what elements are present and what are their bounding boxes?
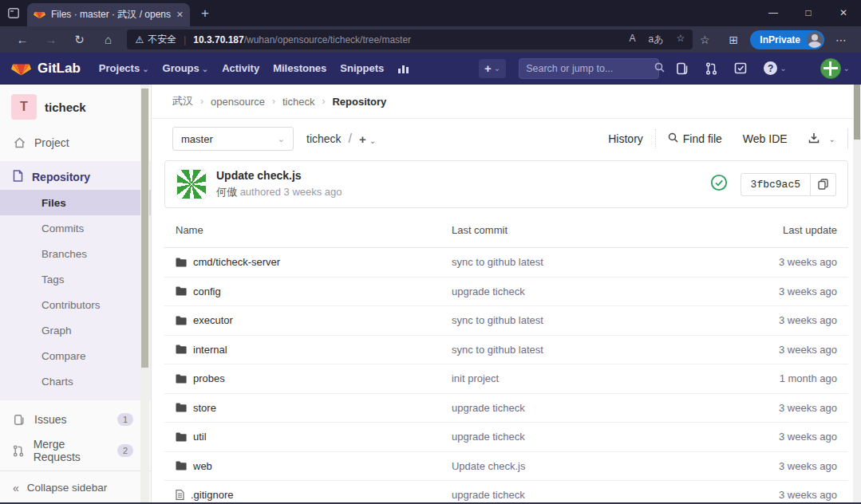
commit-sha[interactable]: 3fbc9ac5 xyxy=(741,173,811,196)
read-aloud-icon[interactable]: A xyxy=(630,33,636,46)
web-ide-button[interactable]: Web IDE xyxy=(743,132,788,145)
nav-snippets[interactable]: Snippets xyxy=(340,62,384,74)
commit-message-link[interactable]: sync to github latest xyxy=(452,314,712,326)
commit-message-link[interactable]: upgrade ticheck xyxy=(452,285,712,297)
url-path: /wuhan/opensource/ticheck/tree/master xyxy=(244,34,411,45)
commit-message-link[interactable]: init project xyxy=(452,372,712,384)
close-tab-icon[interactable]: ✕ xyxy=(176,10,184,20)
table-row: cmd/ticheck-serversync to github latest3… xyxy=(164,248,848,278)
browser-menu-icon[interactable]: ⋯ xyxy=(829,33,853,46)
sidebar-subitem-charts[interactable]: Charts xyxy=(0,368,151,394)
pipeline-status-icon[interactable] xyxy=(710,174,728,195)
path-project-link[interactable]: ticheck xyxy=(306,132,342,145)
branch-selector[interactable]: master ⌄ xyxy=(172,127,294,151)
sidebar-scrollbar-thumb[interactable] xyxy=(141,89,148,368)
gitlab-brand[interactable]: GitLab xyxy=(38,61,81,77)
commit-message-link[interactable]: upgrade ticheck xyxy=(452,489,712,501)
file-name-link[interactable]: config xyxy=(193,285,221,297)
sidebar-item-repository[interactable]: Repository xyxy=(0,164,151,190)
commit-authored-time: authored 3 weeks ago xyxy=(240,186,342,198)
refresh-icon[interactable]: ↻ xyxy=(65,33,94,47)
breadcrumb-project[interactable]: ticheck xyxy=(282,96,314,108)
add-favorite-icon[interactable]: ☆ xyxy=(677,33,685,46)
file-name-link[interactable]: util xyxy=(193,431,207,443)
user-avatar xyxy=(820,58,841,79)
sidebar-scrollbar[interactable] xyxy=(140,85,149,504)
sidebar-item-project[interactable]: Project xyxy=(0,131,151,155)
breadcrumb-subgroup[interactable]: opensource xyxy=(211,96,265,108)
sidebar-subitem-compare[interactable]: Compare xyxy=(0,343,151,368)
copy-sha-button[interactable] xyxy=(811,173,836,196)
file-name-link[interactable]: store xyxy=(193,402,216,414)
project-header[interactable]: T ticheck xyxy=(0,85,151,131)
tab-actions-icon[interactable] xyxy=(0,8,27,18)
file-name-link[interactable]: probes xyxy=(193,372,225,384)
not-secure-label[interactable]: 不安全 xyxy=(148,33,176,46)
close-icon[interactable]: ✕ xyxy=(826,0,861,26)
commit-title-link[interactable]: Update check.js xyxy=(216,169,342,182)
history-button[interactable]: History xyxy=(608,132,643,145)
chevron-down-icon: ⌄ xyxy=(142,65,148,73)
last-update-time: 3 weeks ago xyxy=(712,314,848,326)
new-menu-button[interactable]: + ⌄ xyxy=(479,59,506,78)
commit-message-link[interactable]: Update check.js xyxy=(452,460,712,472)
file-name-link[interactable]: cmd/ticheck-server xyxy=(193,256,280,268)
add-file-dropdown[interactable]: +⌄ xyxy=(359,132,376,146)
column-last-update: Last update xyxy=(712,224,848,236)
nav-groups[interactable]: Groups⌄ xyxy=(163,62,209,74)
page-scrollbar-thumb[interactable] xyxy=(854,85,860,140)
gitlab-logo-icon[interactable] xyxy=(11,57,31,80)
sidebar-subitem-branches[interactable]: Branches xyxy=(0,241,151,266)
nav-activity[interactable]: Activity xyxy=(222,62,259,74)
search-input[interactable] xyxy=(526,63,654,74)
file-name-link[interactable]: .gitignore xyxy=(191,489,233,501)
browser-tab[interactable]: Files · master · 武汉 / opensourc ✕ xyxy=(27,3,190,26)
chevron-down-icon: ⌄ xyxy=(829,135,835,144)
nav-milestones[interactable]: Milestones xyxy=(273,62,326,74)
home-icon[interactable]: ⌂ xyxy=(94,33,123,46)
maximize-icon[interactable]: □ xyxy=(791,0,826,26)
sidebar-item-merge-requests[interactable]: Merge Requests 2 xyxy=(0,439,151,463)
browser-titlebar: Files · master · 武汉 / opensourc ✕ + — □ … xyxy=(0,0,861,26)
nav-projects[interactable]: Projects⌄ xyxy=(99,62,149,74)
sidebar-subitem-contributors[interactable]: Contributors xyxy=(0,292,151,317)
commit-message-link[interactable]: upgrade ticheck xyxy=(452,402,712,414)
collections-icon[interactable]: ⊞ xyxy=(721,33,745,46)
search-box[interactable] xyxy=(519,58,659,79)
file-name-link[interactable]: executor xyxy=(193,314,233,326)
translate-icon[interactable]: aあ xyxy=(649,33,664,46)
sidebar-subitem-tags[interactable]: Tags xyxy=(0,266,151,292)
help-menu[interactable]: ? ⌄ xyxy=(764,61,786,75)
file-name-link[interactable]: internal xyxy=(193,344,227,356)
user-menu[interactable]: ⌄ xyxy=(804,58,850,79)
commit-message-link[interactable]: sync to github latest xyxy=(452,256,712,268)
file-name-link[interactable]: web xyxy=(193,460,212,472)
merge-requests-icon[interactable] xyxy=(705,62,717,75)
forward-icon[interactable]: → xyxy=(37,33,65,46)
chart-icon[interactable] xyxy=(397,63,410,74)
commit-message-link[interactable]: sync to github latest xyxy=(452,344,712,356)
download-source-button[interactable]: ⌄ xyxy=(808,132,835,146)
sidebar-subitem-commits[interactable]: Commits xyxy=(0,215,151,241)
collapse-sidebar-button[interactable]: « Collapse sidebar xyxy=(0,471,151,504)
find-file-button[interactable]: Find file xyxy=(668,132,722,145)
breadcrumb-group[interactable]: 武汉 xyxy=(172,94,193,108)
page-scrollbar[interactable] xyxy=(853,85,861,504)
back-icon[interactable]: ← xyxy=(8,33,37,46)
sidebar-subitem-files[interactable]: Files xyxy=(0,190,151,215)
commit-message-link[interactable]: upgrade ticheck xyxy=(452,431,712,443)
sidebar-subitem-graph[interactable]: Graph xyxy=(0,317,151,343)
todos-icon[interactable] xyxy=(734,62,747,74)
sidebar-item-issues[interactable]: Issues 1 xyxy=(0,408,151,431)
folder-icon xyxy=(176,316,187,325)
issues-icon[interactable] xyxy=(676,62,689,75)
commit-author-avatar[interactable] xyxy=(176,169,207,199)
breadcrumb-separator: › xyxy=(200,96,203,107)
address-bar[interactable]: ⚠ 不安全 | 10.3.70.187 /wuhan/opensource/ti… xyxy=(127,30,693,49)
commit-author-link[interactable]: 何傲 xyxy=(216,186,237,198)
chevron-down-icon: ⌄ xyxy=(843,64,850,73)
favorites-bar-icon[interactable]: ☆ xyxy=(693,33,717,46)
inprivate-badge[interactable]: InPrivate xyxy=(750,30,824,49)
new-tab-button[interactable]: + xyxy=(201,6,209,22)
minimize-icon[interactable]: — xyxy=(756,0,791,26)
